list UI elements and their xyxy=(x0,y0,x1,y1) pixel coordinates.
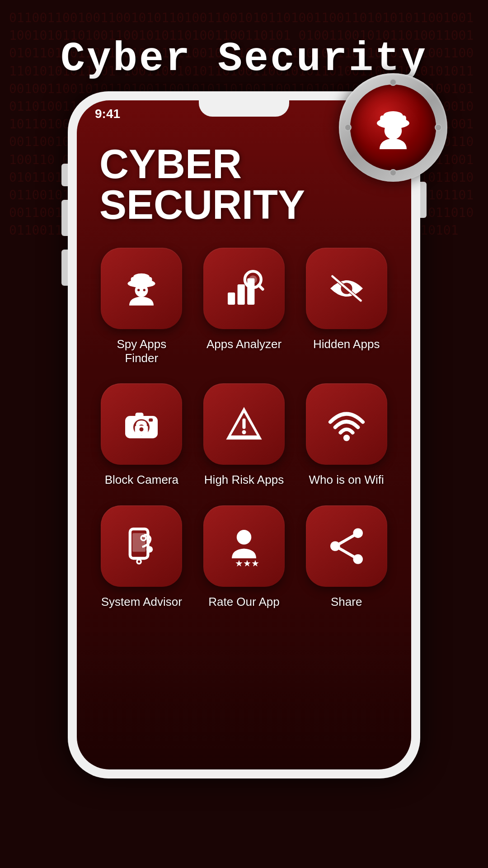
grid-item-apps-analyzer: Apps Analyzer xyxy=(202,248,286,365)
wifi-icon xyxy=(326,404,367,444)
spy-badge-inner xyxy=(350,85,436,170)
share-icon xyxy=(326,526,367,566)
phone-screen: 9:41 CYBER SECURITY xyxy=(77,100,411,769)
svg-point-35 xyxy=(146,546,153,552)
svg-point-9 xyxy=(143,289,145,291)
svg-point-30 xyxy=(242,430,246,434)
spy-icon xyxy=(366,100,420,155)
grid-item-wifi: Who is on Wifi xyxy=(304,383,389,487)
svg-point-3 xyxy=(385,122,402,139)
spy-badge xyxy=(339,73,447,182)
svg-line-14 xyxy=(258,285,263,289)
feature-grid: Spy Apps Finder xyxy=(99,248,389,609)
wifi-label: Who is on Wifi xyxy=(309,473,384,487)
hidden-apps-icon xyxy=(326,268,367,309)
svg-point-26 xyxy=(140,428,144,432)
spy-apps-button[interactable] xyxy=(101,248,182,329)
svg-point-41 xyxy=(330,541,340,551)
svg-rect-11 xyxy=(238,284,245,305)
grid-item-system: System Advisor xyxy=(99,505,184,609)
volume-down-button xyxy=(61,250,68,286)
apps-analyzer-label: Apps Analyzer xyxy=(206,337,282,351)
hidden-apps-label: Hidden Apps xyxy=(313,337,380,351)
phone-mockup: 9:41 CYBER SECURITY xyxy=(68,91,420,778)
rate-app-button[interactable]: ★★★ xyxy=(203,505,285,587)
grid-item-spy-apps: Spy Apps Finder xyxy=(99,248,184,365)
block-camera-button[interactable] xyxy=(101,383,182,465)
phone-frame: 9:41 CYBER SECURITY xyxy=(68,91,420,778)
block-camera-label: Block Camera xyxy=(105,473,178,487)
svg-rect-10 xyxy=(228,292,235,305)
svg-rect-23 xyxy=(136,413,144,419)
svg-rect-29 xyxy=(242,419,245,429)
system-advisor-button[interactable] xyxy=(101,505,182,587)
spy-apps-icon xyxy=(121,268,162,309)
grid-item-high-risk: High Risk Apps xyxy=(202,383,286,487)
grid-item-hidden-apps: Hidden Apps xyxy=(304,248,389,365)
svg-point-7 xyxy=(135,284,148,297)
hidden-apps-button[interactable] xyxy=(306,248,387,329)
svg-point-6 xyxy=(133,274,150,281)
volume-up-button xyxy=(61,200,68,236)
system-advisor-icon xyxy=(121,526,162,566)
apps-analyzer-button[interactable] xyxy=(203,248,285,329)
wifi-button[interactable] xyxy=(306,383,387,465)
svg-line-43 xyxy=(339,548,354,557)
share-label: Share xyxy=(331,595,362,609)
rate-app-icon: ★★★ xyxy=(224,526,264,566)
power-button xyxy=(420,182,427,218)
share-button[interactable] xyxy=(306,505,387,587)
rate-app-label: Rate Our App xyxy=(208,595,280,609)
system-advisor-label: System Advisor xyxy=(101,595,182,609)
app-content: CYBER SECURITY xyxy=(77,121,411,627)
svg-point-36 xyxy=(137,559,141,563)
svg-point-37 xyxy=(237,530,251,544)
high-risk-label: High Risk Apps xyxy=(204,473,284,487)
apps-analyzer-icon xyxy=(224,268,264,309)
volume-silent-button xyxy=(61,164,68,186)
svg-point-15 xyxy=(249,275,257,283)
svg-line-42 xyxy=(339,535,354,543)
grid-item-block-camera: Block Camera xyxy=(99,383,184,487)
svg-point-31 xyxy=(343,435,349,441)
high-risk-button[interactable] xyxy=(203,383,285,465)
spy-apps-label: Spy Apps Finder xyxy=(99,337,184,365)
svg-point-8 xyxy=(137,289,140,291)
status-time: 9:41 xyxy=(95,107,120,121)
grid-item-share: Share xyxy=(304,505,389,609)
svg-point-2 xyxy=(383,111,403,120)
svg-rect-24 xyxy=(149,419,153,422)
block-camera-icon xyxy=(121,404,162,444)
notch xyxy=(199,100,289,117)
high-risk-icon xyxy=(224,404,264,444)
grid-item-rate: ★★★ Rate Our App xyxy=(202,505,286,609)
svg-text:★★★: ★★★ xyxy=(235,558,259,566)
